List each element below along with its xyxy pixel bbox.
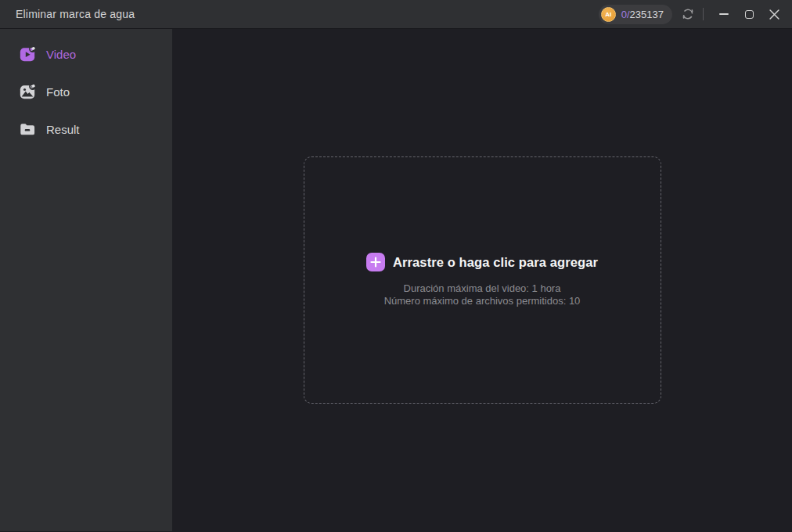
photo-erase-icon <box>19 83 36 100</box>
credits-used: 0/ <box>621 9 630 20</box>
close-icon <box>769 9 779 20</box>
ai-coin-icon: AI <box>601 7 616 22</box>
sidebar-item-label: Result <box>46 123 80 136</box>
close-button[interactable] <box>762 2 786 26</box>
refresh-icon[interactable] <box>678 4 698 24</box>
credits-badge[interactable]: AI 0/ 235137 <box>599 5 672 24</box>
sidebar-item-label: Foto <box>46 85 70 99</box>
minimize-icon <box>719 13 729 15</box>
sidebar-item-foto[interactable]: Foto <box>0 73 172 110</box>
window-title: Eliminar marca de agua <box>16 8 135 20</box>
main-content: Arrastre o haga clic para agregar Duraci… <box>172 29 792 531</box>
credits-total: 235137 <box>630 9 664 20</box>
sidebar-item-video[interactable]: Video <box>0 35 172 73</box>
maximize-icon <box>745 10 754 19</box>
titlebar-right: AI 0/ 235137 <box>599 0 792 28</box>
video-erase-icon <box>19 45 36 63</box>
dropzone-hint-max-files: Número máximo de archivos permitidos: 10 <box>384 295 581 307</box>
sidebar: Video Foto <box>0 29 172 531</box>
sidebar-item-label: Video <box>46 48 76 61</box>
result-folder-icon <box>19 120 36 138</box>
app-body: Video Foto <box>0 29 792 531</box>
dropzone-title: Arrastre o haga clic para agregar <box>393 255 598 270</box>
plus-icon <box>370 257 381 268</box>
titlebar-divider <box>703 8 704 20</box>
minimize-button[interactable] <box>712 2 736 26</box>
maximize-button[interactable] <box>737 2 761 26</box>
titlebar: Eliminar marca de agua AI 0/ 235137 <box>0 0 792 29</box>
add-file-button[interactable] <box>366 253 385 271</box>
dropzone-hint-duration: Duración máxima del video: 1 hora <box>404 282 561 295</box>
upload-dropzone[interactable]: Arrastre o haga clic para agregar Duraci… <box>304 156 661 404</box>
dropzone-title-row: Arrastre o haga clic para agregar <box>366 253 598 271</box>
sidebar-item-result[interactable]: Result <box>0 110 172 148</box>
